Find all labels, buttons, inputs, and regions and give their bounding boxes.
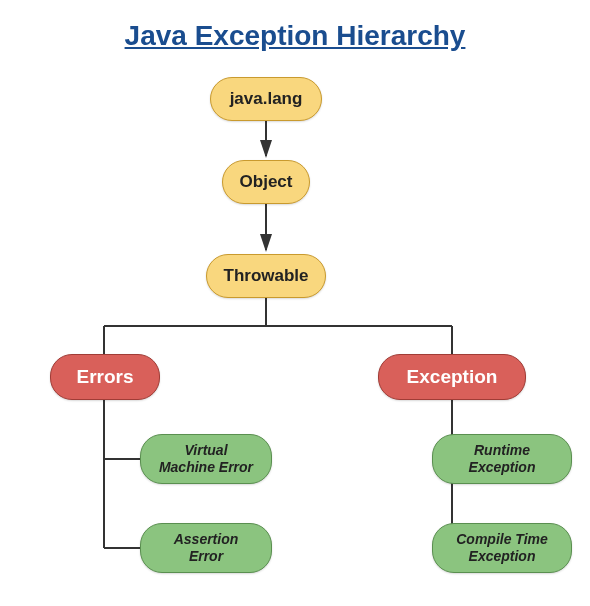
node-throwable: Throwable: [206, 254, 326, 298]
node-javalang: java.lang: [210, 77, 322, 121]
node-runtime-exception: Runtime Exception: [432, 434, 572, 484]
node-compile-time-exception: Compile Time Exception: [432, 523, 572, 573]
node-virtual-machine-error: Virtual Machine Error: [140, 434, 272, 484]
node-label: Assertion Error: [155, 531, 257, 565]
diagram-title: Java Exception Hierarchy: [125, 20, 466, 52]
node-label: Compile Time Exception: [447, 531, 557, 565]
node-exception: Exception: [378, 354, 526, 400]
node-errors: Errors: [50, 354, 160, 400]
node-assertion-error: Assertion Error: [140, 523, 272, 573]
node-object: Object: [222, 160, 310, 204]
node-label: Runtime Exception: [447, 442, 557, 476]
node-label: Virtual Machine Error: [155, 442, 257, 476]
